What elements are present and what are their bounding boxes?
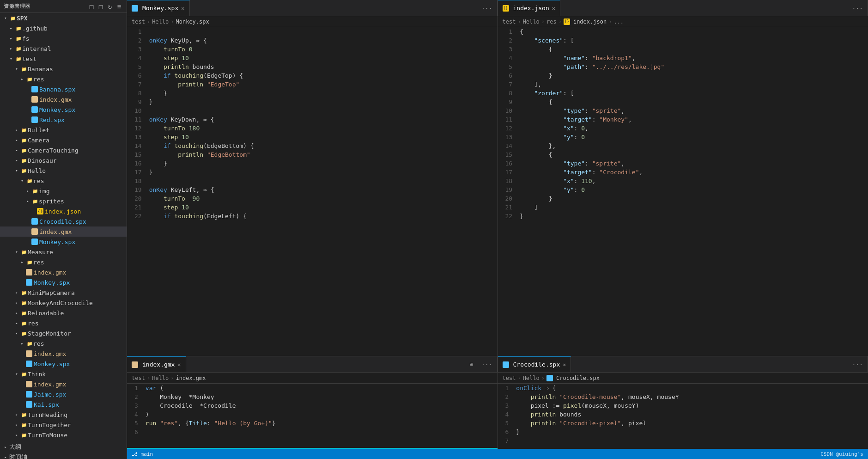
breadcrumb-hello: Hello (152, 18, 169, 25)
sidebar-item-label: Red.spx (39, 116, 65, 123)
file-spx-icon (31, 239, 38, 245)
sidebar-item-label: Monkey.spx (34, 279, 70, 286)
collapse-all-icon[interactable]: ≡ (115, 3, 123, 10)
code-content-monkey: onKey KeyUp, ⇒ { turnTo 0 step 10 printl… (146, 27, 498, 356)
file-spx-icon (132, 5, 138, 12)
breadcrumb-sep: › (147, 18, 150, 25)
sidebar-item-hello-res[interactable]: ▾ 📁 res (0, 176, 127, 186)
tab-more-button[interactable]: ··· (477, 356, 497, 373)
sidebar-item-minimapcamera[interactable]: ▸ 📁 MiniMapCamera (0, 288, 127, 298)
sidebar-item-monkeyandcrocodile[interactable]: ▸ 📁 MonkeyAndCrocodile (0, 298, 127, 308)
chevron-down-icon: ▾ (18, 178, 26, 183)
sidebar-item-bananas[interactable]: ▾ 📁 Bananas (0, 64, 127, 74)
sidebar-item-stagemonitor-index-gmx[interactable]: ▸ index.gmx (0, 349, 127, 359)
sidebar-item-think-jaime-spx[interactable]: ▸ Jaime.spx (0, 389, 127, 399)
sidebar-item-hello[interactable]: ▾ 📁 Hello (0, 165, 127, 176)
code-editor-index-json[interactable]: 12345678910111213141516171819202122 { "s… (498, 27, 868, 356)
breadcrumb-test: test (503, 18, 516, 25)
folder-icon: 📁 (20, 126, 28, 134)
sidebar-item-stagemonitor[interactable]: ▾ 📁 StageMonitor (0, 328, 127, 338)
sidebar-item-hello-res-img[interactable]: ▸ 📁 img (0, 186, 127, 196)
new-file-icon[interactable]: □ (88, 3, 95, 10)
sidebar-item-bananas-index-gmx[interactable]: ▸ index.gmx (0, 94, 127, 104)
tab-more-button[interactable]: ··· (848, 0, 868, 16)
breadcrumb-sep: › (147, 375, 150, 381)
sidebar-item-internal[interactable]: ▸ 📁 internal (0, 43, 127, 54)
tab-index-json[interactable]: {} index.json ✕ (498, 0, 561, 16)
sidebar-item-test[interactable]: ▾ 📁 test (0, 54, 127, 64)
file-spx-icon (26, 391, 32, 398)
breadcrumb-hello: Hello (523, 18, 540, 25)
tab-index-gmx[interactable]: index.gmx ✕ (127, 356, 186, 373)
code-content-index-gmx: var ( Monkey *Monkey Crocodile *Crocodil… (142, 384, 498, 447)
sidebar-item-think-kai-spx[interactable]: ▸ Kai.spx (0, 399, 127, 410)
sidebar-item-stagemonitor-monkey-spx[interactable]: ▸ Monkey.spx (0, 359, 127, 369)
sidebar-item-crocodile-spx[interactable]: ▸ Crocodile.spx (0, 216, 127, 226)
tab-bar-index-gmx: index.gmx ✕ ⊞ ··· (127, 356, 498, 373)
sidebar-item-turnheading[interactable]: ▸ 📁 TurnHeading (0, 410, 127, 420)
ellipsis-icon: ··· (481, 361, 492, 368)
sidebar-item-hello-res-index-json[interactable]: ▸ {} index.json (0, 206, 127, 216)
sidebar-item-label: TurnHeading (28, 411, 67, 418)
sidebar-item-dinosaur[interactable]: ▸ 📁 Dinosaur (0, 155, 127, 165)
sidebar-item-reloadable[interactable]: ▸ 📁 Reloadable (0, 308, 127, 318)
sidebar-item-bananas-monkey-spx[interactable]: ▸ Monkey.spx (0, 104, 127, 115)
sidebar-item-turntomouse[interactable]: ▸ 📁 TurnToMouse (0, 430, 127, 440)
tab-monkey-spx[interactable]: Monkey.spx ✕ (127, 0, 190, 16)
sidebar-item-measure-res[interactable]: ▸ 📁 res (0, 257, 127, 267)
sidebar-item-res[interactable]: ▸ 📁 res (0, 318, 127, 328)
chevron-down-icon: ▾ (13, 67, 20, 71)
sidebar-item-label: img (39, 188, 49, 195)
sidebar-item-stagemonitor-res[interactable]: ▸ 📁 res (0, 338, 127, 349)
tab-close-icon[interactable]: ✕ (177, 361, 181, 368)
tab-close-icon[interactable]: ✕ (563, 361, 566, 368)
sidebar-item-think[interactable]: ▾ 📁 Think (0, 369, 127, 379)
sidebar-item-measure[interactable]: ▾ 📁 Measure (0, 247, 127, 257)
code-editor-crocodile[interactable]: 1234567 onClick ⇒ { println "Crocodile-m… (498, 384, 868, 449)
sidebar-item-measure-monkey-spx[interactable]: ▸ Monkey.spx (0, 277, 127, 288)
code-editor-index-gmx[interactable]: 123456 var ( Monkey *Monkey Crocodile *C… (127, 384, 498, 447)
tab-crocodile-spx[interactable]: Crocodile.spx ✕ (498, 356, 571, 373)
tab-close-icon[interactable]: ✕ (552, 5, 555, 12)
folder-icon: 📁 (20, 330, 28, 337)
sidebar-item-hello-res-sprites[interactable]: ▸ 📁 sprites (0, 196, 127, 206)
sidebar-item-label: res (33, 340, 44, 347)
sidebar-item-bananas-res[interactable]: ▸ 📁 res (0, 74, 127, 84)
sidebar-item-turntogether[interactable]: ▸ 📁 TurnTogether (0, 420, 127, 430)
sidebar-item-red-spx[interactable]: ▸ Red.spx (0, 115, 127, 125)
sidebar-item-label: CameraTouching (28, 147, 79, 154)
chevron-right-icon: ▸ (18, 341, 26, 346)
split-icon[interactable]: ⊞ (468, 361, 475, 367)
tab-more-button[interactable]: ··· (848, 356, 868, 373)
breadcrumb-test: test (132, 18, 145, 25)
sidebar-item-hello-monkey-spx[interactable]: ▸ Monkey.spx (0, 237, 127, 247)
sidebar-item-bullet[interactable]: ▸ 📁 Bullet (0, 125, 127, 135)
bottom-bar-attribution: CSDN @uiuing's (820, 451, 863, 457)
new-folder-icon[interactable]: □ (97, 3, 104, 10)
editor-area: Monkey.spx ✕ ··· test › Hello › Monkey.s (127, 0, 868, 459)
tab-more-button[interactable]: ··· (477, 0, 497, 16)
editor-columns: Monkey.spx ✕ ··· test › Hello › Monkey.s (127, 0, 868, 449)
sidebar-item-outline[interactable]: ▸ 大纲 (0, 442, 127, 452)
sidebar-item-measure-index-gmx[interactable]: ▸ index.gmx (0, 267, 127, 277)
sidebar-item-fs[interactable]: ▸ 📁 fs (0, 33, 127, 43)
sidebar-item-hello-index-gmx[interactable]: ▸ index.gmx (0, 226, 127, 237)
folder-icon: 📁 (20, 319, 28, 327)
sidebar-item-cameratouching[interactable]: ▸ 📁 CameraTouching (0, 145, 127, 155)
sidebar-item-think-index-gmx[interactable]: ▸ index.gmx (0, 379, 127, 389)
folder-icon: 📁 (20, 309, 28, 317)
sidebar-item-github[interactable]: ▸ 📁 .github (0, 23, 127, 33)
sidebar-tree: ▾ 📁 SPX ▸ 📁 .github ▸ 📁 fs ▸ 📁 internal (0, 13, 127, 459)
sidebar-item-spx[interactable]: ▾ 📁 SPX (0, 13, 127, 23)
refresh-icon[interactable]: ↻ (106, 3, 114, 10)
sidebar-item-label: res (28, 320, 38, 327)
sidebar-item-timeline[interactable]: ▸ 时间轴 (0, 452, 127, 459)
tab-close-icon[interactable]: ✕ (181, 5, 184, 12)
breadcrumb-hello: Hello (152, 375, 169, 381)
breadcrumb-sep: › (517, 18, 521, 25)
sidebar-item-banana-spx[interactable]: ▸ Banana.spx (0, 84, 127, 94)
sidebar-item-camera[interactable]: ▸ 📁 Camera (0, 135, 127, 145)
sidebar-title: 资源管理器 (4, 3, 30, 10)
sidebar-actions: □ □ ↻ ≡ (88, 3, 123, 10)
code-editor-monkey[interactable]: 12345678910111213141516171819202122 onKe… (127, 27, 498, 356)
